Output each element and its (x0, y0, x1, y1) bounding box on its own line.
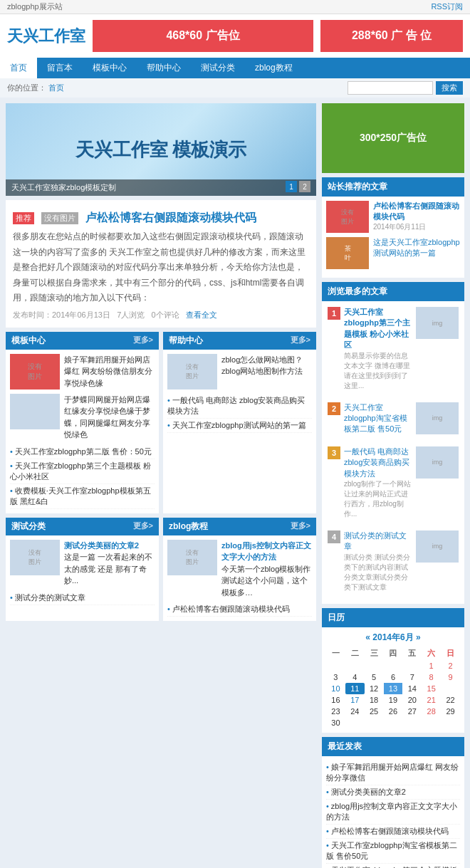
sidebar-hot-header: 浏览最多的文章 (322, 282, 464, 301)
module-zblog-list-1[interactable]: 卢松松博客右侧跟随滚动模块代码 (167, 602, 312, 617)
cal-th-tue: 二 (345, 647, 365, 660)
module-template-header: 模板中心 更多> (6, 332, 159, 350)
module-zblog-thumb-1: 没有图片 (167, 540, 217, 575)
module-template-list-2[interactable]: 天兴工作室zblogphp第三个主题模板 粉心小米社区 (10, 459, 155, 484)
logo[interactable]: 天兴工作室 (7, 26, 85, 47)
module-test-list: 测试分类的测试文章 (10, 591, 155, 605)
module-test-item-title[interactable]: 测试分类美丽的文章2 (64, 540, 155, 552)
cal-th-fri: 五 (402, 647, 422, 660)
sidebar-hot-num-2: 2 (328, 402, 340, 415)
module-template-list-1[interactable]: 天兴工作室zblogphp第二版 售价：50元 (10, 445, 155, 459)
sidebar-hot-img-3: img (416, 446, 459, 479)
article-title[interactable]: 卢松松博客右侧跟随滚动模块代码 (85, 211, 256, 226)
module-help-list: 一般代码 电商郎达 zblog安装商品购买模块方法 天兴工作室zblogphp测… (167, 394, 312, 433)
module-zblog-item-title[interactable]: zblog用js控制文内容正文文字大小的方法 (221, 540, 312, 563)
two-col-top: 模板中心 更多> 没有图片 娘子军舞蹈用腿开始网店爆红 网友纷纷微信朋友分享悦绿… (6, 332, 316, 513)
module-template: 模板中心 更多> 没有图片 娘子军舞蹈用腿开始网店爆红 网友纷纷微信朋友分享悦绿… (6, 332, 159, 513)
sidebar-rec-title-1[interactable]: 卢松松博客右侧跟随滚动模块代码 (373, 201, 460, 222)
article-section: 推荐 没有图片 卢松松博客右侧跟随滚动模块代码 很多朋友在您站点的时候都要欢加入… (6, 200, 316, 328)
article-tag-recommend: 推荐 (13, 212, 34, 224)
recent-item-3[interactable]: zblog用js控制文章内容正文文字大小的方法 (326, 800, 460, 825)
search-input[interactable] (348, 81, 433, 95)
sidebar-recommended: 站长推荐的文章 没有图片 卢松松博客右侧跟随滚动模块代码 2014年06月11日… (322, 177, 464, 278)
read-more-link[interactable]: 查看全文 (186, 310, 217, 319)
module-template-list: 天兴工作室zblogphp第二版 售价：50元 天兴工作室zblogphp第三个… (10, 445, 155, 509)
sidebar-hot-text-3: 一般代码 电商郎达 zblog安装商品购买模块方法 zblog制作了一个网站让过… (344, 446, 412, 519)
module-zblog-more[interactable]: 更多> (291, 521, 310, 533)
nav-test[interactable]: 测试分类 (191, 58, 245, 78)
calendar-title: « 2014年6月 » (326, 632, 460, 644)
recent-item-4[interactable]: 卢松松博客右侧跟随滚动模块代码 (326, 825, 460, 839)
calendar-body: « 2014年6月 » 一 二 三 四 五 六 日 (322, 627, 464, 733)
module-zblog-item-1: 没有图片 zblog用js控制文内容正文文字大小的方法 今天第一个zblog模板… (167, 540, 312, 599)
module-help: 帮助中心 更多> 没有图片 zblog怎么做网站地图？zblog网站地图制作方法… (163, 332, 316, 513)
nav-help[interactable]: 帮助中心 (137, 58, 191, 78)
main-wrap: 天兴工作室 模板演示 天兴工作室独家zblog模板定制 1 2 推荐 没有图片 … (0, 98, 470, 868)
article-content: 很多朋友在您站点的时候都要欢加入这些右侧固定跟滚动模块代码，跟随滚动这一块的内容… (13, 229, 309, 306)
search-button[interactable]: 搜索 (436, 81, 463, 95)
nav-guestbook[interactable]: 留言本 (37, 58, 83, 78)
slider-title: 天兴工作室 模板演示 (75, 137, 247, 162)
ad-468: 468*60 广告位 (93, 20, 313, 52)
sidebar-hot-img-4: img (416, 530, 459, 563)
slider-nav-2[interactable]: 2 (299, 181, 310, 192)
header: 天兴工作室 468*60 广告位 288*60 广 告 位 (0, 14, 470, 58)
module-template-list-3[interactable]: 收费模板·天兴工作室zblogphp模板第五版 黑红&白 (10, 484, 155, 509)
cal-th-sun: 日 (441, 647, 460, 660)
breadcrumb-home[interactable]: 首页 (48, 83, 64, 92)
rss-link[interactable]: RSS订阅 (431, 1, 463, 12)
module-test-text-block: 测试分类美丽的文章2 这是一篇 一次看起来的不太的感觉 还是 那有了奇妙... (64, 540, 155, 587)
slider-caption: 天兴工作室独家zblog模板定制 1 2 (6, 179, 316, 196)
module-template-thumb-1: 没有图片 (10, 354, 60, 389)
main-left: 天兴工作室 模板演示 天兴工作室独家zblog模板定制 1 2 推荐 没有图片 … (6, 103, 316, 868)
recent-item-1[interactable]: 娘子军舞蹈用腿开始网店爆红 网友纷纷分享微信 (326, 760, 460, 785)
sidebar-rec-item-1: 没有图片 卢松松博客右侧跟随滚动模块代码 2014年06月11日 (326, 201, 460, 233)
module-help-item-1: 没有图片 zblog怎么做网站地图？zblog网站地图制作方法 (167, 354, 312, 389)
sidebar-rec-thumb-2: 茶叶 (326, 237, 369, 269)
cal-th-wed: 三 (365, 647, 384, 660)
sidebar-hot-img-2: img (416, 402, 459, 434)
sidebar-rec-date-1: 2014年06月11日 (373, 222, 460, 232)
module-test-more[interactable]: 更多> (133, 521, 153, 533)
recent-item-5[interactable]: 天兴工作室zblogphp淘宝省模板第二版 售价50元 (326, 839, 460, 864)
article-meta: 发布时间：2014年06月13日 7人浏览 0个评论 查看全文 (13, 310, 309, 320)
search-bar: 搜索 (348, 81, 463, 95)
module-help-list-2[interactable]: 天兴工作室zblogphp测试网站的第一篇 (167, 419, 312, 433)
sidebar-recent-list: 娘子军舞蹈用腿开始网店爆红 网友纷纷分享微信 测试分类美丽的文章2 zblog用… (322, 756, 464, 868)
nav-home[interactable]: 首页 (0, 58, 37, 78)
calendar-tbody: 1 2 3 4 5 6 7 8 9 10 (326, 660, 460, 728)
recent-item-6[interactable]: 天兴工作室zblogphp第三个主题模板 粉心小米社区 (326, 864, 460, 868)
module-zblog-body: 没有图片 zblog用js控制文内容正文文字大小的方法 今天第一个zblog模板… (163, 535, 316, 622)
sidebar-hot-body: 1 天兴工作室zblogphp第三个主题模板 粉心小米社区 简易显示你要的信息文… (322, 301, 464, 604)
module-template-text-1: 娘子军舞蹈用腿开始网店爆红 网友纷纷微信朋友分享悦绿色缘 (64, 354, 155, 389)
sidebar-recent: 最近发表 娘子军舞蹈用腿开始网店爆红 网友纷纷分享微信 测试分类美丽的文章2 z… (322, 737, 464, 868)
module-zblog-text-block: zblog用js控制文内容正文文字大小的方法 今天第一个zblog模板制作测试起… (221, 540, 312, 599)
nav-zblog[interactable]: zblog教程 (245, 58, 303, 78)
module-template-text-2: 于梦蝶同网腿开始网店爆红缘友分享悦绿色缘于梦蝶，同网腿爆红网友分享悦绿色 (64, 394, 155, 441)
module-help-list-1[interactable]: 一般代码 电商郎达 zblog安装商品购买模块方法 (167, 394, 312, 419)
main-right: 300*250广告位 站长推荐的文章 没有图片 卢松松博客右侧跟随滚动模块代码 … (322, 103, 464, 868)
module-help-more[interactable]: 更多> (291, 335, 310, 347)
module-test-body: 没有图片 测试分类美丽的文章2 这是一篇 一次看起来的不太的感觉 还是 那有了奇… (6, 535, 159, 610)
sidebar-rec-text-1: 卢松松博客右侧跟随滚动模块代码 2014年06月11日 (373, 201, 460, 232)
cal-th-thu: 四 (384, 647, 403, 660)
sidebar-hot: 浏览最多的文章 1 天兴工作室zblogphp第三个主题模板 粉心小米社区 简易… (322, 282, 464, 604)
breadcrumb: 你的位置： 首页 搜索 (0, 78, 470, 98)
sidebar-hot-item-1: 1 天兴工作室zblogphp第三个主题模板 粉心小米社区 简易显示你要的信息文… (325, 304, 461, 394)
nav-bar: 首页 留言本 模板中心 帮助中心 测试分类 zblog教程 (0, 58, 470, 78)
sidebar-rec-title-2[interactable]: 这是天兴工作室zblogphp测试网站的第一篇 (373, 237, 460, 258)
nav-templates[interactable]: 模板中心 (83, 58, 137, 78)
sidebar-calendar-header: 日历 (322, 608, 464, 627)
sidebar-hot-img-1: img (416, 307, 459, 339)
sidebar-rec-text-2: 这是天兴工作室zblogphp测试网站的第一篇 (373, 237, 460, 258)
module-help-header: 帮助中心 更多> (163, 332, 316, 350)
sidebar-hot-item-4: 4 测试分类的测试文章 测试分类 测试分类分类下的测试内容测试分类文章测试分类分… (325, 528, 461, 595)
module-template-more[interactable]: 更多> (133, 335, 153, 347)
ad-288: 288*60 广 告 位 (320, 20, 463, 52)
slider-nav-1[interactable]: 1 (286, 181, 297, 192)
recent-item-2[interactable]: 测试分类美丽的文章2 (326, 785, 460, 800)
module-zblog-item-text: 今天第一个zblog模板制作测试起这个小问题，这个模板多… (221, 563, 312, 599)
slider-nav: 1 2 (286, 181, 310, 192)
sidebar-hot-num-3: 3 (328, 446, 340, 459)
module-test-list-1[interactable]: 测试分类的测试文章 (10, 591, 155, 605)
